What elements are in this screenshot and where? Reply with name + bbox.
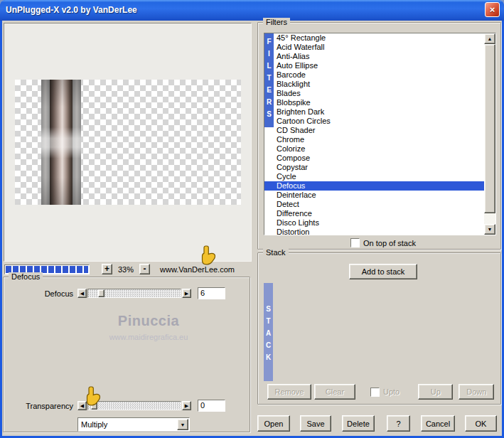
filter-list-item[interactable]: CD Shader <box>264 126 484 135</box>
preview-panel[interactable] <box>4 23 252 262</box>
defocus-group: Defocus Defocus ◀ ▶ 6 Pinuccia www.maidi… <box>3 277 250 432</box>
transparency-slider-thumb[interactable] <box>91 402 97 410</box>
scroll-down-icon[interactable]: ▼ <box>484 224 495 235</box>
filter-list-item[interactable]: Chrome <box>264 135 484 144</box>
close-button[interactable]: × <box>485 2 500 17</box>
open-button[interactable]: Open <box>257 415 290 432</box>
unplugged-x-dialog: UnPlugged-X v2.0 by VanDerLee × + 33% - … <box>0 0 504 438</box>
defocus-value-input[interactable]: 6 <box>198 287 225 299</box>
watermark: Pinuccia www.maidiregrafica.eu <box>4 313 250 341</box>
cancel-button[interactable]: Cancel <box>421 415 455 432</box>
up-button[interactable]: Up <box>418 384 453 400</box>
scrollbar-track[interactable] <box>484 44 495 224</box>
on-top-of-stack-checkbox[interactable] <box>350 238 360 247</box>
defocus-decrease-button[interactable]: ◀ <box>77 289 87 298</box>
blend-mode-combobox[interactable]: Multiply ▼ <box>77 417 190 432</box>
watermark-name: Pinuccia <box>48 313 250 329</box>
watermark-site: www.maidiregrafica.eu <box>48 333 250 341</box>
zoom-out-button[interactable]: - <box>139 264 150 274</box>
upto-row: Upto <box>370 388 400 397</box>
stripe-shading <box>41 80 81 205</box>
defocus-slider-thumb[interactable] <box>98 289 104 297</box>
window-title: UnPlugged-X v2.0 by VanDerLee <box>6 5 485 15</box>
transparency-slider[interactable] <box>87 401 181 410</box>
filters-list: 45° RectangleAcid WaterfallAnti-AliasAut… <box>264 33 484 235</box>
ok-button[interactable]: OK <box>465 415 497 432</box>
down-button[interactable]: Down <box>459 384 494 400</box>
filter-list-item[interactable]: Blades <box>264 89 484 98</box>
footer-buttons: Open Save Delete ? Cancel OK <box>257 415 503 432</box>
combo-dropdown-icon[interactable]: ▼ <box>177 419 188 430</box>
delete-button[interactable]: Delete <box>342 415 375 432</box>
defocus-slider-label: Defocus <box>4 289 73 298</box>
filters-vertical-label: F I L T E R S <box>264 33 274 127</box>
titlebar[interactable]: UnPlugged-X v2.0 by VanDerLee × <box>0 0 504 21</box>
filter-list-item[interactable]: Deinterlace <box>264 191 484 200</box>
vendor-website-link[interactable]: www.VanDerLee.com <box>160 265 235 274</box>
clear-button[interactable]: Clear <box>314 384 355 400</box>
remove-button[interactable]: Remove <box>267 384 311 400</box>
filter-list-item[interactable]: Barcode <box>264 70 484 80</box>
blend-mode-value: Multiply <box>78 420 177 429</box>
filter-list-item[interactable]: Brighten Dark <box>264 107 484 117</box>
filter-list-item[interactable]: 45° Rectangle <box>264 33 484 43</box>
stack-group-title: Stack <box>263 248 289 257</box>
filters-listbox[interactable]: 45° RectangleAcid WaterfallAnti-AliasAut… <box>264 33 496 235</box>
filter-list-item[interactable]: Cartoon Circles <box>264 117 484 126</box>
filter-list-item[interactable]: Compose <box>264 154 484 163</box>
defocus-increase-button[interactable]: ▶ <box>182 289 191 298</box>
stack-vertical-label: S T A C K <box>264 283 273 381</box>
filters-scrollbar[interactable]: ▲ ▼ <box>484 33 495 235</box>
preview-gradient-stripe <box>41 80 81 205</box>
filter-list-item[interactable]: Difference <box>264 209 484 218</box>
filter-list-item[interactable]: Anti-Alias <box>264 52 484 61</box>
on-top-of-stack-row: On top of stack <box>350 238 416 247</box>
upto-checkbox[interactable] <box>370 388 380 397</box>
scroll-up-icon[interactable]: ▲ <box>484 33 495 44</box>
on-top-of-stack-label: On top of stack <box>363 239 416 247</box>
transparency-slider-label: Transparency <box>4 402 73 410</box>
filter-list-item[interactable]: Blobspike <box>264 98 484 107</box>
filter-list-item[interactable]: Defocus <box>264 181 484 191</box>
filter-list-item[interactable]: Colorize <box>264 144 484 154</box>
defocus-slider-row: Defocus ◀ ▶ 6 <box>4 287 244 299</box>
filter-list-item[interactable]: Blacklight <box>264 80 484 89</box>
transparency-increase-button[interactable]: ▶ <box>182 401 191 410</box>
help-button[interactable]: ? <box>387 415 410 432</box>
close-icon: × <box>490 5 495 14</box>
filter-list-item[interactable]: Auto Ellipse <box>264 61 484 70</box>
preview-image <box>15 80 241 205</box>
filter-list-item[interactable]: Cycle <box>264 172 484 181</box>
zoom-in-button[interactable]: + <box>102 264 112 274</box>
progress-fill <box>6 266 88 273</box>
filter-list-item[interactable]: Distortion <box>264 228 484 235</box>
filters-group: Filters 45° RectangleAcid WaterfallAnti-… <box>257 22 501 250</box>
defocus-slider[interactable] <box>87 289 181 298</box>
stack-controls-row: Remove Clear Upto Up Down <box>267 384 496 400</box>
filters-group-title: Filters <box>263 18 290 27</box>
filter-list-item[interactable]: Disco Lights <box>264 218 484 228</box>
transparency-slider-row: Transparency ◀ ▶ 0 <box>4 400 244 412</box>
filter-list-item[interactable]: Acid Waterfall <box>264 43 484 52</box>
stack-group: Stack Add to stack S T A C K Remove Clea… <box>257 252 501 405</box>
zoom-level: 33% <box>112 265 139 274</box>
filter-list-item[interactable]: Detect <box>264 200 484 209</box>
defocus-group-title: Defocus <box>9 272 43 282</box>
transparency-value-input[interactable]: 0 <box>198 400 225 412</box>
scrollbar-thumb[interactable] <box>484 44 495 213</box>
add-to-stack-button[interactable]: Add to stack <box>349 264 417 279</box>
transparency-decrease-button[interactable]: ◀ <box>77 401 87 410</box>
save-button[interactable]: Save <box>300 415 331 432</box>
filter-list-item[interactable]: Copystar <box>264 163 484 172</box>
upto-label: Upto <box>383 388 400 396</box>
